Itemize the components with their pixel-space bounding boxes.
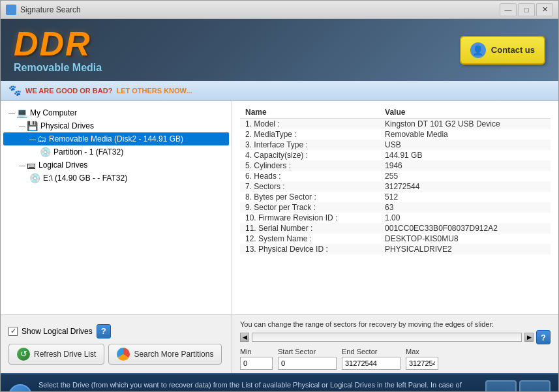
col-name-header: Name [240,106,380,119]
end-sector-field: End Sector [342,348,400,370]
detail-name: 8. Bytes per Sector : [240,192,380,202]
detail-name: 9. Sector per Track : [240,202,380,213]
slider-bar[interactable] [252,333,522,342]
footer-nav: ◀ ▶ [485,380,551,392]
tree-drive-e-label: E:\ (14.90 GB - - FAT32) [43,173,127,183]
show-logical-checkbox[interactable]: ✓ [8,327,18,336]
action-buttons: ↺ Refresh Drive List Search More Partiti… [8,344,224,365]
table-row: 12. System Name :DESKTOP-KIS0MU8 [240,234,551,244]
table-row: 6. Heads :255 [240,171,551,181]
detail-name: 7. Sectors : [240,181,380,192]
badge-text-bad: LET OTHERS KNOW... [116,87,192,95]
info-icon: i [8,384,32,392]
left-controls: ✓ Show Logical Drives ? ↺ Refresh Drive … [1,315,232,373]
badge-text-good: WE ARE GOOD OR BAD? [25,87,112,95]
min-field: Min [240,348,273,370]
disk-icon: 💾 [27,121,38,131]
tree-partition1[interactable]: 💿 Partition - 1 (FAT32) [3,145,229,158]
col-value-header: Value [380,106,551,119]
logical-icon: 🖴 [27,160,36,170]
table-row: 3. Interface Type :USB [240,140,551,150]
slider-help-button[interactable]: ? [536,330,551,344]
refresh-icon: ↺ [17,348,30,361]
slider-track: ◀ ▶ ? [240,331,551,344]
start-sector-input[interactable] [278,357,337,370]
table-row: 8. Bytes per Sector :512 [240,192,551,202]
max-input[interactable] [406,357,438,370]
prev-button[interactable]: ◀ [485,380,517,392]
expand-icon-logical: — [19,162,25,169]
detail-value: 255 [380,171,551,181]
end-sector-input[interactable] [342,357,400,370]
badge-icon: 🐾 [8,84,22,97]
start-sector-label: Start Sector [278,348,337,355]
detail-value: 144.91 GB [380,150,551,160]
tree-physical-drives-label: Physical Drives [40,121,94,130]
refresh-label: Refresh Drive List [34,350,96,359]
table-row: 13. Physical Device ID :PHYSICALDRIVE2 [240,244,551,254]
details-table: Name Value 1. Model :Kingston DT 101 G2 … [240,106,551,254]
table-row: 2. MediaType :Removable Media [240,129,551,140]
tree-removable-media[interactable]: — 🗂 Removable Media (Disk2 - 144.91 GB) [3,132,229,145]
slider-left-arrow[interactable]: ◀ [240,333,249,342]
badge-content: 🐾 WE ARE GOOD OR BAD? LET OTHERS KNOW... [8,84,192,97]
detail-value: 31272544 [380,181,551,192]
detail-value: 1.00 [380,213,551,223]
table-row: 7. Sectors :31272544 [240,181,551,192]
tree-logical-drives[interactable]: — 🖴 Logical Drives [3,158,229,172]
expand-icon: — [8,110,15,117]
tree-my-computer[interactable]: — 💻 My Computer [3,106,229,119]
right-controls: You can change the range of sectors for … [232,315,558,373]
search-partitions-button[interactable]: Search More Partitions [108,344,222,365]
detail-value: Kingston DT 101 G2 USB Device [380,119,551,130]
table-row: 4. Capacity(size) :144.91 GB [240,150,551,160]
next-button[interactable]: ▶ [519,380,551,392]
refresh-drive-button[interactable]: ↺ Refresh Drive List [8,344,104,365]
contact-icon: 👤 [470,42,486,58]
expand-icon-phys: — [19,123,25,130]
sector-inputs: Min Start Sector End Sector Max [240,348,551,370]
partitions-icon [117,348,130,361]
table-row: 5. Cylinders :1946 [240,160,551,171]
start-sector-field: Start Sector [278,348,337,370]
min-label: Min [240,348,273,355]
detail-name: 13. Physical Device ID : [240,244,380,254]
minimize-button[interactable]: — [500,3,517,16]
bottom-controls: ✓ Show Logical Drives ? ↺ Refresh Drive … [1,314,558,373]
window-title: Signature Search [20,5,500,14]
detail-name: 6. Heads : [240,171,380,181]
detail-value: Removable Media [380,129,551,140]
expand-icon-rm: — [29,136,36,143]
logo-area: DDR Removable Media [14,27,102,74]
detail-name: 12. System Name : [240,234,380,244]
usb-icon: 🗂 [37,134,46,144]
tree-removable-label: Removable Media (Disk2 - 144.91 GB) [49,134,183,143]
logical-help-button[interactable]: ? [97,324,111,339]
detail-name: 11. Serial Number : [240,223,380,234]
detail-name: 1. Model : [240,119,380,130]
drive-e-icon: 💿 [29,173,40,183]
slider-right-arrow[interactable]: ▶ [524,333,534,342]
slider-description: You can change the range of sectors for … [240,320,551,328]
partitions-label: Search More Partitions [134,350,213,359]
end-sector-label: End Sector [342,348,400,355]
detail-value: 512 [380,192,551,202]
main-content: — 💻 My Computer — 💾 Physical Drives — 🗂 … [1,100,558,314]
tree-physical-drives[interactable]: — 💾 Physical Drives [3,119,229,132]
detail-value: PHYSICALDRIVE2 [380,244,551,254]
close-button[interactable]: ✕ [536,3,553,16]
min-input[interactable] [240,357,273,370]
detail-value: 1946 [380,160,551,171]
partition-icon: 💿 [40,147,51,157]
contact-button[interactable]: 👤 Contact us [460,36,545,65]
tree-partition1-label: Partition - 1 (FAT32) [53,147,123,157]
detail-name: 10. Firmware Revision ID : [240,213,380,223]
header: DDR Removable Media 👤 Contact us [1,19,558,81]
maximize-button[interactable]: □ [518,3,535,16]
show-logical-label: Show Logical Drives [22,327,93,336]
tree-drive-e[interactable]: 💿 E:\ (14.90 GB - - FAT32) [3,172,229,185]
footer: i Select the Drive (from which you want … [1,373,558,392]
tree-logical-label: Logical Drives [38,160,87,170]
title-bar: Signature Search — □ ✕ [1,1,558,19]
show-logical-row: ✓ Show Logical Drives ? [8,324,224,339]
